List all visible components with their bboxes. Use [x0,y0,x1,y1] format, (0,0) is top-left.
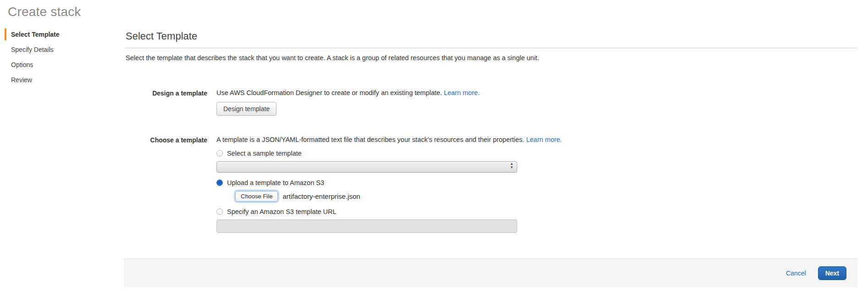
sidebar-item-options[interactable]: Options [5,59,125,71]
design-learn-more-link[interactable]: Learn more. [444,89,480,96]
sidebar-item-label: Specify Details [11,46,54,53]
sidebar-item-select-template[interactable]: Select Template [5,28,125,40]
choose-template-row: Choose a template A template is a JSON/Y… [125,136,857,233]
radio-row-upload-template[interactable]: Upload a template to Amazon S3 [216,179,857,186]
s3-template-url-input[interactable] [216,219,517,233]
cancel-link[interactable]: Cancel [786,270,806,277]
choose-learn-more-link[interactable]: Learn more. [526,136,562,143]
page-title: Create stack [0,0,868,26]
sidebar-item-label: Review [11,76,32,84]
design-template-description-text: Use AWS CloudFormation Designer to creat… [216,89,444,96]
sidebar-item-label: Options [11,61,33,68]
radio-label-s3-url: Specify an Amazon S3 template URL [227,208,337,215]
section-intro: Select the template that describes the s… [126,54,857,62]
sample-template-select[interactable]: ▲▼ [216,161,517,173]
design-template-content: Use AWS CloudFormation Designer to creat… [216,89,857,116]
choose-template-label: Choose a template [125,136,207,233]
heading-divider [125,48,857,48]
main-panel: Select Template Select the template that… [125,26,857,287]
radio-unchecked-icon[interactable] [216,208,223,215]
next-button[interactable]: Next [818,266,846,280]
form-area: Design a template Use AWS CloudFormation… [125,89,857,233]
radio-row-sample-template[interactable]: Select a sample template [216,150,857,157]
layout: Select Template Specify Details Options … [0,26,868,287]
radio-unchecked-icon[interactable] [216,150,223,157]
radio-checked-icon[interactable] [216,180,223,186]
radio-row-s3-url[interactable]: Specify an Amazon S3 template URL [216,208,857,215]
design-template-description: Use AWS CloudFormation Designer to creat… [216,89,857,96]
uploaded-file-name: artifactory-enterprise.json [282,192,360,200]
section-heading: Select Template [126,30,857,42]
choose-template-content: A template is a JSON/YAML-formatted text… [216,136,857,233]
design-template-button[interactable]: Design template [216,102,276,116]
footer-action-bar: Cancel Next [124,259,857,287]
choose-template-description-text: A template is a JSON/YAML-formatted text… [216,136,526,143]
wizard-steps-sidebar: Select Template Specify Details Options … [0,26,125,89]
design-template-row: Design a template Use AWS CloudFormation… [125,89,857,116]
file-upload-row: Choose File artifactory-enterprise.json [235,191,857,202]
sidebar-item-review[interactable]: Review [5,74,125,86]
design-template-label: Design a template [125,89,207,116]
sidebar-item-specify-details[interactable]: Specify Details [5,44,125,56]
radio-label-sample-template: Select a sample template [227,150,302,157]
choose-template-description: A template is a JSON/YAML-formatted text… [216,136,857,143]
radio-label-upload-template: Upload a template to Amazon S3 [227,179,324,186]
choose-file-button[interactable]: Choose File [235,191,278,202]
create-stack-page: Create stack Select Template Specify Det… [0,0,868,298]
sidebar-item-label: Select Template [11,31,60,38]
select-stepper-icon: ▲▼ [510,162,514,173]
